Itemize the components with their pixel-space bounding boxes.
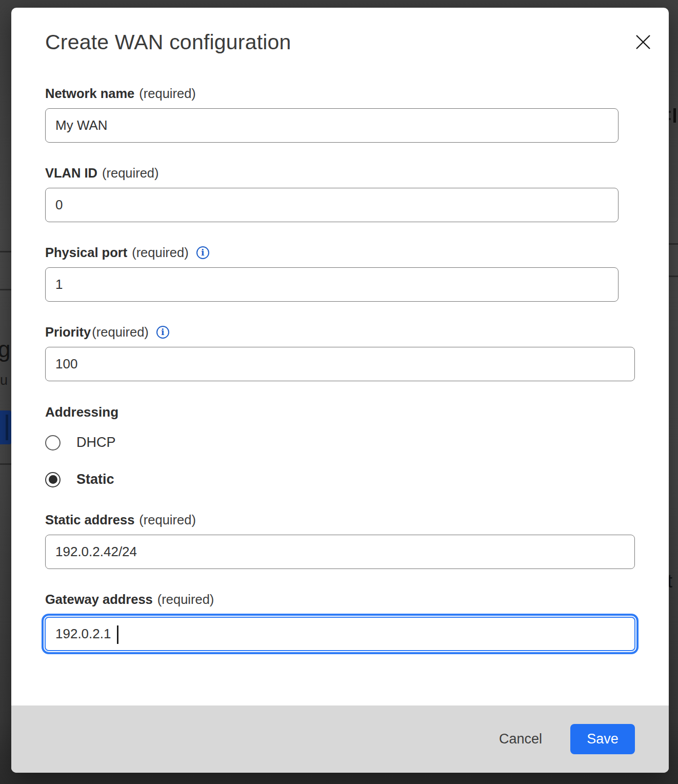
required-hint: (required): [139, 513, 196, 527]
create-wan-configuration-dialog: Create WAN configuration Network name (r…: [11, 8, 669, 773]
label-text: Priority: [45, 325, 91, 340]
dialog-footer: Cancel Save: [11, 705, 669, 773]
save-button[interactable]: Save: [570, 724, 635, 754]
radio-checked-icon[interactable]: [45, 472, 61, 487]
backdrop-divider: [668, 276, 678, 277]
required-hint: (required): [92, 325, 149, 340]
network-name-input[interactable]: [45, 108, 619, 143]
network-name-label: Network name (required): [45, 86, 646, 101]
backdrop-button-fragment: [0, 410, 11, 444]
backdrop-text-fragment: [669, 111, 671, 113]
required-hint: (required): [132, 245, 189, 260]
cancel-button[interactable]: Cancel: [496, 726, 545, 752]
label-text: Gateway address: [45, 592, 153, 607]
label-text: Physical port: [45, 245, 127, 260]
radio-unchecked-icon[interactable]: [45, 435, 61, 450]
gateway-address-input[interactable]: [45, 617, 635, 651]
close-button[interactable]: [633, 32, 653, 53]
priority-input[interactable]: [45, 347, 635, 381]
gateway-address-focus-ring: [42, 614, 639, 654]
required-hint: (required): [157, 592, 214, 607]
static-address-label: Static address (required): [45, 513, 646, 527]
backdrop-divider: [668, 243, 678, 245]
dialog-title: Create WAN configuration: [45, 30, 646, 54]
gateway-address-label: Gateway address (required): [45, 592, 646, 607]
backdrop-text-fragment: u: [0, 373, 8, 388]
vlan-id-input[interactable]: [45, 188, 619, 222]
vlan-id-label: VLAN ID (required): [45, 166, 646, 181]
radio-label: DHCP: [76, 435, 116, 450]
radio-label: Static: [76, 472, 114, 487]
physical-port-label: Physical port (required) i: [45, 245, 646, 260]
physical-port-input[interactable]: [45, 267, 619, 302]
info-icon[interactable]: i: [156, 326, 169, 339]
backdrop-divider: [0, 289, 11, 290]
required-hint: (required): [102, 166, 159, 181]
text-cursor: [117, 625, 118, 644]
priority-label: Priority (required) i: [45, 325, 646, 340]
backdrop-text-fragment: g: [0, 337, 10, 362]
info-icon[interactable]: i: [196, 246, 209, 259]
label-text: Static address: [45, 513, 134, 527]
addressing-option-static[interactable]: Static: [45, 472, 646, 487]
backdrop-text-fragment: [673, 108, 676, 123]
static-address-input[interactable]: [45, 535, 635, 569]
label-text: VLAN ID: [45, 166, 97, 181]
label-text: Network name: [45, 86, 134, 101]
required-hint: (required): [139, 86, 196, 101]
close-icon: [634, 33, 652, 52]
addressing-heading: Addressing: [45, 404, 646, 420]
backdrop-divider: [0, 463, 11, 465]
backdrop-divider: [0, 251, 11, 252]
addressing-option-dhcp[interactable]: DHCP: [45, 435, 646, 450]
